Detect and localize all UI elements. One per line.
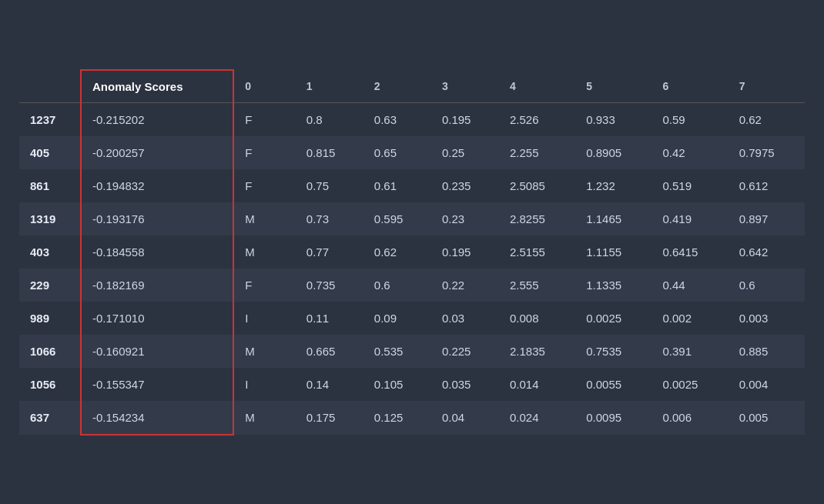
row-c7: 0.003	[729, 302, 805, 335]
table-row: 1319-0.193176M0.730.5950.232.82551.14650…	[19, 202, 805, 235]
anomaly-scores-table: Anomaly Scores 0 1 2 3 4 5 6 7 1237-0.21…	[19, 69, 805, 436]
row-c3: 0.03	[431, 302, 499, 335]
row-anomaly: -0.194832	[81, 169, 233, 202]
row-id: 1319	[19, 202, 81, 235]
row-c6: 0.391	[651, 335, 728, 368]
row-c2: 0.105	[363, 368, 431, 401]
col-header-5: 5	[575, 70, 651, 103]
row-c0: M	[233, 235, 296, 269]
col-header-id	[19, 70, 81, 103]
row-c6: 0.59	[651, 102, 728, 136]
row-c1: 0.11	[296, 302, 363, 335]
col-header-7: 7	[729, 70, 805, 103]
row-c7: 0.005	[729, 401, 805, 435]
row-c0: F	[233, 169, 296, 202]
col-header-2: 2	[363, 70, 431, 103]
row-c3: 0.235	[431, 169, 499, 202]
row-c3: 0.23	[431, 202, 499, 235]
table-row: 989-0.171010I0.110.090.030.0080.00250.00…	[19, 302, 805, 335]
row-c2: 0.6	[363, 269, 431, 302]
row-c4: 2.1835	[499, 335, 575, 368]
row-c4: 2.255	[499, 136, 575, 169]
row-id: 637	[19, 401, 81, 435]
row-id: 861	[19, 169, 81, 202]
row-c0: F	[233, 136, 296, 169]
row-anomaly: -0.193176	[81, 202, 233, 235]
row-anomaly: -0.160921	[81, 335, 233, 368]
row-anomaly: -0.182169	[81, 269, 233, 302]
col-header-4: 4	[499, 70, 575, 103]
row-c3: 0.04	[431, 401, 499, 435]
row-anomaly: -0.184558	[81, 235, 233, 269]
row-c5: 0.933	[575, 102, 651, 136]
col-header-anomaly: Anomaly Scores	[81, 70, 233, 103]
row-id: 1237	[19, 102, 81, 136]
row-c3: 0.195	[431, 102, 499, 136]
col-header-0: 0	[233, 70, 296, 103]
row-c1: 0.73	[296, 202, 363, 235]
row-c0: F	[233, 269, 296, 302]
row-c0: M	[233, 335, 296, 368]
row-c2: 0.63	[363, 102, 431, 136]
row-c6: 0.6415	[651, 235, 728, 269]
row-c6: 0.0025	[651, 368, 728, 401]
row-c7: 0.897	[729, 202, 805, 235]
col-header-3: 3	[431, 70, 499, 103]
row-c6: 0.44	[651, 269, 728, 302]
row-c4: 2.526	[499, 102, 575, 136]
row-c2: 0.535	[363, 335, 431, 368]
row-anomaly: -0.215202	[81, 102, 233, 136]
row-c7: 0.004	[729, 368, 805, 401]
row-c2: 0.595	[363, 202, 431, 235]
row-c2: 0.62	[363, 235, 431, 269]
row-anomaly: -0.171010	[81, 302, 233, 335]
table-row: 861-0.194832F0.750.610.2352.50851.2320.5…	[19, 169, 805, 202]
row-c1: 0.735	[296, 269, 363, 302]
table-row: 1056-0.155347I0.140.1050.0350.0140.00550…	[19, 368, 805, 401]
row-anomaly: -0.155347	[81, 368, 233, 401]
row-c1: 0.14	[296, 368, 363, 401]
row-c6: 0.006	[651, 401, 728, 435]
row-c7: 0.62	[729, 102, 805, 136]
row-c7: 0.612	[729, 169, 805, 202]
col-header-6: 6	[651, 70, 728, 103]
row-c6: 0.419	[651, 202, 728, 235]
row-c0: M	[233, 401, 296, 435]
row-c0: I	[233, 368, 296, 401]
row-c7: 0.642	[729, 235, 805, 269]
table-row: 637-0.154234M0.1750.1250.040.0240.00950.…	[19, 401, 805, 435]
row-c0: M	[233, 202, 296, 235]
row-c2: 0.61	[363, 169, 431, 202]
row-anomaly: -0.200257	[81, 136, 233, 169]
row-c7: 0.7975	[729, 136, 805, 169]
table-row: 229-0.182169F0.7350.60.222.5551.13350.44…	[19, 269, 805, 302]
row-c4: 2.8255	[499, 202, 575, 235]
row-id: 403	[19, 235, 81, 269]
row-c6: 0.42	[651, 136, 728, 169]
row-c2: 0.65	[363, 136, 431, 169]
row-c3: 0.25	[431, 136, 499, 169]
row-c3: 0.035	[431, 368, 499, 401]
row-c5: 1.1155	[575, 235, 651, 269]
row-c1: 0.77	[296, 235, 363, 269]
row-c1: 0.75	[296, 169, 363, 202]
row-c3: 0.195	[431, 235, 499, 269]
row-c6: 0.002	[651, 302, 728, 335]
row-id: 989	[19, 302, 81, 335]
row-c5: 0.7535	[575, 335, 651, 368]
col-header-1: 1	[296, 70, 363, 103]
row-c5: 0.0025	[575, 302, 651, 335]
row-c1: 0.175	[296, 401, 363, 435]
row-c1: 0.665	[296, 335, 363, 368]
row-c5: 0.0055	[575, 368, 651, 401]
row-c1: 0.815	[296, 136, 363, 169]
row-c1: 0.8	[296, 102, 363, 136]
table-row: 1066-0.160921M0.6650.5350.2252.18350.753…	[19, 335, 805, 368]
row-c4: 0.014	[499, 368, 575, 401]
row-c4: 2.5155	[499, 235, 575, 269]
row-c5: 0.8905	[575, 136, 651, 169]
row-c2: 0.125	[363, 401, 431, 435]
row-c4: 2.5085	[499, 169, 575, 202]
row-c3: 0.22	[431, 269, 499, 302]
row-c0: F	[233, 102, 296, 136]
